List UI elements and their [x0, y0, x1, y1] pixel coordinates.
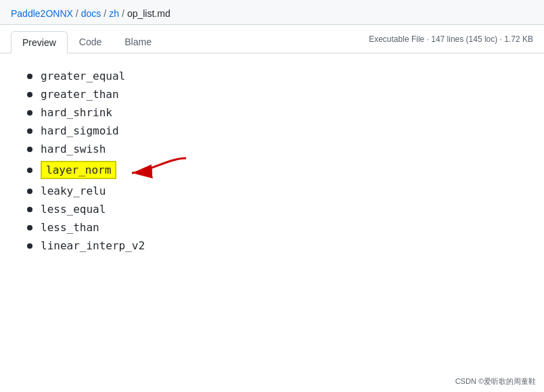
- breadcrumb-zh[interactable]: zh: [109, 8, 119, 19]
- breadcrumb-bar: Paddle2ONNX / docs / zh / op_list.md: [0, 0, 544, 25]
- op-list: greater_equal greater_than hard_shrink h…: [27, 67, 528, 255]
- item-text: linear_interp_v2: [41, 239, 145, 252]
- list-item: less_than: [27, 218, 528, 237]
- bullet-icon: [27, 74, 32, 79]
- breadcrumb-file: op_list.md: [127, 8, 171, 19]
- item-text: hard_sigmoid: [41, 124, 119, 137]
- content-area: greater_equal greater_than hard_shrink h…: [0, 53, 544, 385]
- tab-bar: Preview Code Blame Executable File · 147…: [0, 25, 544, 53]
- item-text: leaky_relu: [41, 185, 106, 197]
- item-text: less_equal: [41, 203, 106, 216]
- list-item: greater_than: [27, 85, 528, 103]
- breadcrumb-sep3: /: [122, 8, 124, 19]
- breadcrumb-docs[interactable]: docs: [81, 8, 101, 19]
- tab-code[interactable]: Code: [68, 30, 113, 53]
- bullet-icon: [27, 243, 32, 249]
- item-text: less_than: [41, 221, 99, 234]
- list-item: less_equal: [27, 200, 528, 218]
- bullet-icon: [27, 92, 32, 97]
- list-item: greater_equal: [27, 67, 528, 85]
- bullet-icon: [27, 207, 32, 212]
- list-item: hard_sigmoid: [27, 122, 528, 140]
- list-item: leaky_relu: [27, 182, 528, 200]
- breadcrumb-sep1: /: [76, 8, 78, 19]
- highlighted-item-text: layer_norm: [41, 161, 116, 179]
- bullet-icon: [27, 128, 32, 134]
- tab-preview[interactable]: Preview: [11, 31, 68, 53]
- breadcrumb-sep2: /: [104, 8, 106, 19]
- watermark: CSDN ©爱听歌的周童鞋: [455, 376, 536, 387]
- bullet-icon: [27, 225, 32, 230]
- item-text: hard_shrink: [41, 106, 112, 119]
- item-text: greater_equal: [41, 70, 125, 82]
- bullet-icon: [27, 110, 32, 116]
- list-item: hard_swish: [27, 140, 528, 158]
- bullet-icon: [27, 168, 32, 173]
- breadcrumb-repo[interactable]: Paddle2ONNX: [11, 8, 73, 19]
- item-text: hard_swish: [41, 143, 106, 155]
- item-text: greater_than: [41, 88, 119, 101]
- bullet-icon: [27, 189, 32, 194]
- bullet-icon: [27, 147, 32, 152]
- list-item: hard_shrink: [27, 103, 528, 122]
- tab-blame[interactable]: Blame: [113, 30, 163, 53]
- list-item: linear_interp_v2: [27, 237, 528, 255]
- file-meta: Executable File · 147 lines (145 loc) · …: [369, 34, 533, 49]
- list-item-highlighted: layer_norm: [27, 158, 528, 182]
